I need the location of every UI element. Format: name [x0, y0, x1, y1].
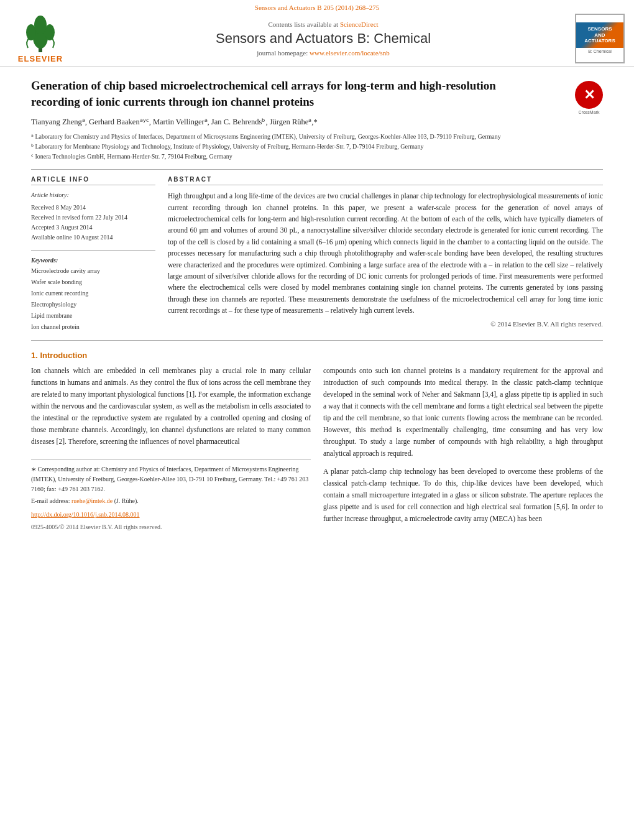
sensors-logo-text: SENSORSANDACTUATORS [584, 26, 615, 44]
introduction-two-col: Ion channels which are embedded in cell … [31, 365, 603, 532]
crossmark-logo: ✕ CrossMark [575, 81, 603, 109]
history-label: Article history: [31, 190, 155, 200]
footnote-email: E-mail address: ruehe@imtek.de (J. Rühe)… [31, 496, 311, 506]
affiliation-c: ᶜ Ionera Technologies GmbH, Hermann-Herd… [31, 152, 603, 162]
sensors-actuators-logo: SENSORSANDACTUATORS B: Chemical [572, 14, 628, 63]
keyword-3: Ionic current recording [31, 288, 155, 299]
svg-point-4 [34, 16, 47, 34]
article-info-abstract: ARTICLE INFO Article history: Received 8… [31, 176, 603, 333]
article-info-content: Article history: Received 8 May 2014 Rec… [31, 190, 155, 242]
footnote-corresponding: ∗ Corresponding author at: Chemistry and… [31, 464, 311, 494]
divider-keywords [31, 250, 155, 251]
intro-text-right: compounds onto such ion channel proteins… [323, 365, 603, 459]
online-date: Available online 10 August 2014 [31, 233, 155, 242]
sciencedirect-link[interactable]: ScienceDirect [340, 21, 379, 28]
revised-date: Received in revised form 22 July 2014 [31, 213, 155, 223]
abstract-copyright: © 2014 Elsevier B.V. All rights reserved… [168, 320, 603, 328]
email-link[interactable]: ruehe@imtek.de [71, 497, 113, 504]
article-title: Generation of chip based microelectroche… [31, 78, 541, 109]
keyword-5: Lipid membrane [31, 310, 155, 321]
keywords-label: Keywords: [31, 257, 155, 264]
elsevier-logo: ELSEVIER [6, 14, 75, 63]
keyword-2: Wafer scale bonding [31, 277, 155, 288]
homepage-url[interactable]: www.elsevier.com/locate/snb [310, 49, 390, 57]
article-info-col: ARTICLE INFO Article history: Received 8… [31, 176, 155, 333]
contents-text: Contents lists available at ScienceDirec… [75, 21, 572, 28]
article-info-label: ARTICLE INFO [31, 176, 155, 185]
copyright-bottom: 0925-4005/© 2014 Elsevier B.V. All right… [31, 522, 311, 532]
received-date: Received 8 May 2014 [31, 203, 155, 213]
doi-link[interactable]: http://dx.doi.org/10.1016/j.snb.2014.08.… [31, 510, 311, 520]
article-title-section: Generation of chip based microelectroche… [31, 78, 603, 109]
divider-2 [31, 340, 603, 341]
header-center: Contents lists available at ScienceDirec… [75, 21, 572, 57]
footnote-section: ∗ Corresponding author at: Chemistry and… [31, 459, 311, 532]
elsevier-tree-icon [19, 14, 62, 54]
keywords-list: Microelectrode cavity array Wafer scale … [31, 265, 155, 333]
intro-col-right: compounds onto such ion channel proteins… [323, 365, 603, 532]
sensors-logo-bottom: B: Chemical [588, 48, 612, 55]
introduction-heading: 1. Introduction [31, 351, 603, 360]
journal-homepage: journal homepage: www.elsevier.com/locat… [75, 49, 572, 57]
introduction-section: 1. Introduction Ion channels which are e… [31, 351, 603, 532]
affiliations: ᵃ Laboratory for Chemistry and Physics o… [31, 132, 603, 162]
authors: Tianyang Zhengᵃ, Gerhard Baakenᵃʸᶜ, Mart… [31, 116, 603, 128]
elsevier-label: ELSEVIER [18, 54, 63, 63]
keywords-section: Keywords: Microelectrode cavity array Wa… [31, 250, 155, 333]
crossmark-icon: ✕ [575, 81, 603, 109]
abstract-col: ABSTRACT High throughput and a long life… [168, 176, 603, 333]
journal-title: Sensors and Actuators B: Chemical [75, 30, 572, 47]
header: Sensors and Actuators B 205 (2014) 268–2… [0, 0, 634, 67]
keyword-1: Microelectrode cavity array [31, 265, 155, 277]
abstract-text: High throughput and a long life-time of … [168, 190, 603, 316]
accepted-date: Accepted 3 August 2014 [31, 223, 155, 233]
keyword-6: Ion channel protein [31, 321, 155, 333]
abstract-label: ABSTRACT [168, 176, 603, 185]
keyword-4: Electrophysiology [31, 299, 155, 310]
intro-col-left: Ion channels which are embedded in cell … [31, 365, 311, 532]
main-content: Generation of chip based microelectroche… [0, 67, 634, 543]
intro-text-right-2: A planar patch-clamp chip technology has… [323, 466, 603, 525]
affiliation-b: ᵇ Laboratory for Membrane Physiology and… [31, 142, 603, 152]
intro-text-left: Ion channels which are embedded in cell … [31, 365, 311, 448]
divider-1 [31, 169, 603, 170]
affiliation-a: ᵃ Laboratory for Chemistry and Physics o… [31, 132, 603, 142]
doi-text: Sensors and Actuators B 205 (2014) 268–2… [0, 4, 634, 11]
